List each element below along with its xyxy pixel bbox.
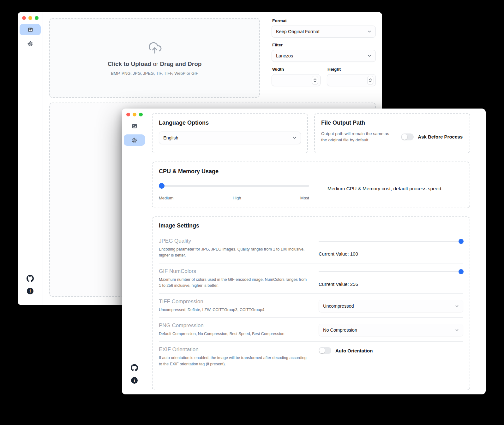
- setting-title: EXIF Orientation: [159, 346, 308, 353]
- setting-title: JPEG Quality: [159, 238, 308, 244]
- output-path-description: Output path will remain the same as the …: [321, 131, 393, 143]
- conversion-options-panel: Format Keep Original Format Filter Lancz…: [272, 18, 376, 86]
- setting-row-exif-orientation: EXIF Orientation If auto orientation is …: [159, 341, 463, 372]
- jpeg-quality-slider[interactable]: [319, 239, 463, 244]
- setting-title: TIFF Compression: [159, 298, 308, 305]
- setting-title: GIF NumColors: [159, 268, 308, 274]
- zoom-button[interactable]: [35, 16, 39, 20]
- section-title: Language Options: [159, 120, 301, 126]
- setting-description: If auto orientation is enabled, the imag…: [159, 355, 308, 367]
- chevron-down-icon: [455, 304, 459, 308]
- current-value-text: Current Value: 256: [319, 281, 463, 287]
- window-controls: [22, 16, 39, 20]
- section-title: File Output Path: [321, 120, 463, 126]
- filter-select[interactable]: Lanczos: [272, 50, 376, 62]
- info-icon[interactable]: i: [131, 377, 138, 384]
- toggle-label: Auto Orientation: [335, 348, 373, 353]
- minimize-button[interactable]: [28, 16, 32, 20]
- section-title: CPU & Memory Usage: [159, 168, 463, 175]
- stepper-icon[interactable]: [367, 76, 373, 84]
- close-button[interactable]: [22, 16, 26, 20]
- slider-thumb[interactable]: [459, 239, 464, 244]
- toggle-label: Ask Before Process: [418, 134, 463, 139]
- width-input[interactable]: [272, 74, 321, 86]
- stepper-icon[interactable]: [312, 76, 318, 84]
- image-settings-section: Image Settings JPEG Quality Encoding par…: [152, 216, 470, 390]
- tick-label: Medium: [159, 196, 173, 200]
- section-title: Image Settings: [159, 222, 463, 229]
- zoom-button[interactable]: [139, 113, 143, 116]
- minimize-button[interactable]: [133, 113, 136, 116]
- gif-numcolors-slider[interactable]: [319, 269, 463, 274]
- gear-icon: [131, 137, 138, 144]
- tick-label: High: [233, 196, 241, 200]
- setting-description: Encoding parameter for JPG, JPEG images.…: [159, 246, 308, 259]
- filter-label: Filter: [272, 43, 376, 47]
- setting-row-gif-numcolors: GIF NumColors Maximum number of colors u…: [159, 263, 463, 293]
- cloud-upload-icon: [147, 40, 162, 55]
- github-icon[interactable]: [131, 364, 138, 371]
- setting-description: Default Compression, No Compression, Bes…: [159, 331, 308, 337]
- chevron-down-icon: [292, 136, 297, 140]
- close-button[interactable]: [126, 113, 130, 116]
- gear-icon: [27, 40, 33, 47]
- sidebar-item-images[interactable]: [124, 121, 145, 132]
- cpu-memory-slider[interactable]: [159, 183, 309, 189]
- setting-description: Uncompressed, Deflate, LZW, CCITTGroup3,…: [159, 307, 308, 313]
- cpu-status-text: Medium CPU & Memory cost, default proces…: [309, 177, 463, 200]
- height-label: Height: [327, 67, 376, 72]
- slider-thumb[interactable]: [459, 269, 464, 274]
- chevron-down-icon: [455, 328, 459, 332]
- file-output-path-section: File Output Path Output path will remain…: [314, 113, 470, 153]
- image-icon: [131, 123, 138, 129]
- upload-title: Click to Upload or Drag and Drop: [108, 61, 202, 68]
- current-value-text: Current Value: 100: [319, 251, 463, 257]
- image-icon: [27, 27, 33, 33]
- upload-formats: BMP, PNG, JPG, JPEG, TIF, TIFF, WebP or …: [111, 71, 198, 76]
- width-label: Width: [272, 67, 321, 72]
- png-compression-select[interactable]: No Compression: [319, 324, 463, 336]
- auto-orientation-toggle[interactable]: [319, 347, 331, 354]
- tick-label: Most: [300, 196, 309, 200]
- format-label: Format: [272, 18, 376, 23]
- height-input[interactable]: [327, 74, 376, 86]
- upload-dropzone[interactable]: Click to Upload or Drag and Drop BMP, PN…: [49, 18, 260, 98]
- slider-thumb[interactable]: [159, 183, 165, 189]
- format-select[interactable]: Keep Original Format: [272, 26, 376, 38]
- setting-description: Maximum number of colors used in the GIF…: [159, 277, 308, 289]
- chevron-down-icon: [367, 54, 372, 58]
- sidebar-item-settings[interactable]: [20, 38, 41, 49]
- setting-title: PNG Compression: [159, 322, 308, 329]
- github-icon[interactable]: [27, 275, 34, 282]
- language-options-section: Language Options English: [152, 113, 308, 153]
- setting-row-png-compression: PNG Compression Default Compression, No …: [159, 317, 463, 341]
- window-controls: [126, 113, 143, 116]
- cpu-memory-section: CPU & Memory Usage Medium High Most Medi…: [152, 162, 470, 208]
- sidebar: i: [18, 12, 43, 305]
- chevron-down-icon: [367, 29, 372, 34]
- sidebar-item-images[interactable]: [20, 24, 41, 35]
- info-icon[interactable]: i: [27, 288, 33, 294]
- sidebar: i: [122, 109, 147, 394]
- ask-before-process-toggle[interactable]: [401, 133, 414, 140]
- language-select[interactable]: English: [159, 132, 301, 144]
- settings-window: i Language Options English File Output P…: [122, 109, 486, 394]
- setting-row-jpeg-quality: JPEG Quality Encoding parameter for JPG,…: [159, 233, 463, 263]
- setting-row-tiff-compression: TIFF Compression Uncompressed, Deflate, …: [159, 293, 463, 317]
- sidebar-item-settings[interactable]: [124, 134, 145, 146]
- tiff-compression-select[interactable]: Uncompressed: [319, 300, 463, 312]
- cpu-slider-ticks: Medium High Most: [159, 196, 309, 200]
